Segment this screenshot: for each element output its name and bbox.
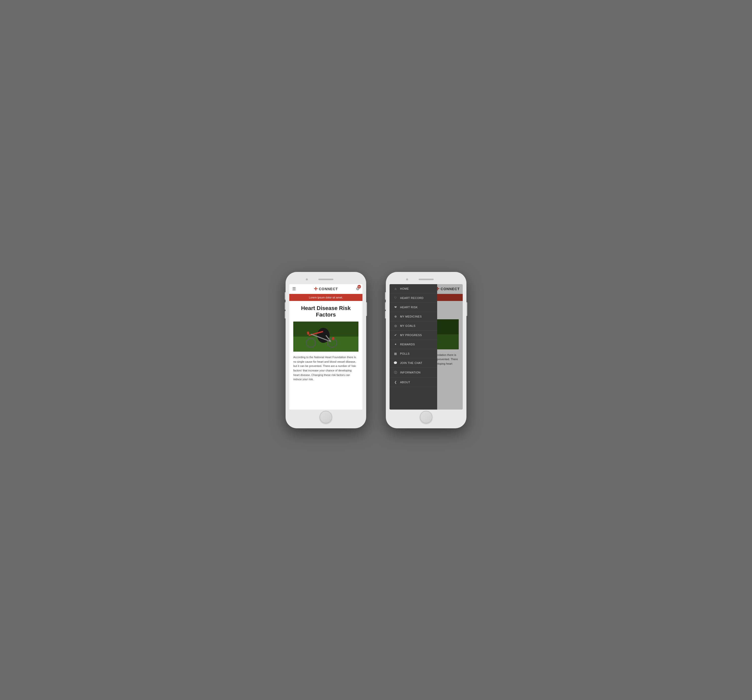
rewards-icon: ✦ (393, 342, 398, 346)
polls-icon: ▦ (393, 352, 398, 355)
drawer-label-home: HOME (400, 287, 409, 290)
drawer-item-polls[interactable]: ▦ POLLS (390, 349, 437, 358)
medicines-icon: ⊕ (393, 315, 398, 318)
drawer-item-heart-risk[interactable]: ❤ HEART RISK (390, 303, 437, 312)
notification-badge-1: 60 (357, 285, 361, 288)
app-header-1: ☰ ✛ CONNECT ⚙ 60 (289, 284, 362, 294)
phone-bottom-2 (390, 409, 463, 425)
bike-illustration-1 (293, 322, 359, 352)
front-camera-2 (406, 278, 408, 280)
heart-record-icon: ♡ (393, 296, 398, 300)
drawer-item-home[interactable]: ⌂ HOME (390, 284, 437, 294)
phone-top-1 (289, 275, 362, 283)
progress-icon: ✔ (393, 333, 398, 337)
red-banner-1: Lorem ipsum dolor sit amet. (289, 294, 362, 301)
drawer-item-information[interactable]: ⓘ INFORMATION (390, 368, 437, 378)
article-image-1 (293, 322, 359, 352)
drawer-label-polls: POLLS (400, 352, 410, 355)
phone-top-2 (390, 275, 463, 283)
article-body-1: According to the National Heart Foundati… (293, 355, 359, 382)
about-icon: ❮ (393, 381, 398, 384)
drawer-label-goals: MY GOALS (400, 324, 415, 327)
logo-cross-icon: ✛ (314, 286, 318, 292)
phone-bottom-1 (289, 409, 362, 425)
drawer-label-join-chat: JOIN THE CHAT (400, 361, 423, 364)
phone-2: ☰ ✛ CONNECT Lorem ipsum dolo Heart DisRi… (386, 272, 466, 428)
drawer-label-rewards: REWARDS (400, 343, 415, 346)
chat-icon: 💬 (393, 361, 398, 365)
drawer-label-progress: MY PROGRESS (400, 334, 422, 337)
drawer-label-information: INFORMATION (400, 371, 421, 374)
banner-text-1: Lorem ipsum dolor sit amet. (309, 296, 343, 299)
speaker-2 (419, 278, 433, 280)
goals-icon: ◎ (393, 324, 398, 328)
app-logo-1: ✛ CONNECT (314, 286, 338, 292)
drawer-overlay[interactable] (437, 284, 463, 409)
gear-area-1: ⚙ 60 (356, 286, 359, 291)
drawer-item-medicines[interactable]: ⊕ MY MEDICINES (390, 312, 437, 321)
main-content-1: Heart Disease Risk Factors (289, 301, 362, 406)
hamburger-menu-icon[interactable]: ☰ (292, 286, 296, 291)
information-icon: ⓘ (393, 370, 398, 375)
drawer-label-about: ABOUT (400, 381, 410, 384)
drawer-label-medicines: MY MEDICINES (400, 315, 422, 318)
home-button-2[interactable] (420, 411, 432, 423)
drawer-item-heart-record[interactable]: ♡ HEART RECORD (390, 294, 437, 303)
screen-1: ☰ ✛ CONNECT ⚙ 60 Lorem ipsum dolor sit a… (289, 284, 362, 409)
nav-drawer: ⌂ HOME ♡ HEART RECORD ❤ HEART RISK ⊕ MY … (390, 284, 437, 409)
scene: ☰ ✛ CONNECT ⚙ 60 Lorem ipsum dolor sit a… (286, 272, 466, 428)
phone-1: ☰ ✛ CONNECT ⚙ 60 Lorem ipsum dolor sit a… (286, 272, 366, 428)
heart-risk-icon: ❤ (393, 305, 398, 309)
app-name-label: CONNECT (319, 287, 338, 291)
home-button-1[interactable] (320, 411, 332, 423)
home-icon: ⌂ (393, 287, 398, 291)
drawer-item-goals[interactable]: ◎ MY GOALS (390, 321, 437, 331)
drawer-item-join-chat[interactable]: 💬 JOIN THE CHAT (390, 358, 437, 368)
drawer-item-progress[interactable]: ✔ MY PROGRESS (390, 331, 437, 340)
speaker-1 (319, 278, 333, 280)
drawer-item-rewards[interactable]: ✦ REWARDS (390, 340, 437, 349)
drawer-label-heart-record: HEART RECORD (400, 296, 424, 299)
drawer-label-heart-risk: HEART RISK (400, 306, 418, 309)
article-title-1: Heart Disease Risk Factors (293, 305, 359, 318)
screen-2: ☰ ✛ CONNECT Lorem ipsum dolo Heart DisRi… (390, 284, 463, 409)
drawer-item-about[interactable]: ❮ ABOUT (390, 378, 437, 387)
front-camera-1 (306, 278, 308, 280)
